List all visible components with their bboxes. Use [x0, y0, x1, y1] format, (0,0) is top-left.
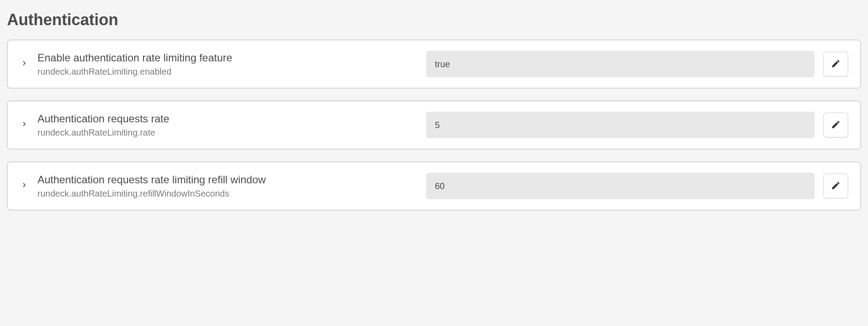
- chevron-right-icon: [20, 120, 29, 130]
- setting-label: Authentication requests rate: [37, 113, 417, 125]
- edit-button[interactable]: [823, 52, 848, 76]
- setting-value: 60: [426, 173, 815, 199]
- setting-row: Authentication requests rate limiting re…: [7, 162, 861, 210]
- setting-row: Enable authentication rate limiting feat…: [7, 40, 861, 88]
- expand-toggle[interactable]: [20, 181, 37, 191]
- setting-text: Authentication requests rate rundeck.aut…: [37, 113, 426, 138]
- setting-label: Enable authentication rate limiting feat…: [37, 52, 417, 64]
- chevron-right-icon: [20, 181, 29, 191]
- setting-key: rundeck.authRateLimiting.enabled: [37, 67, 417, 77]
- expand-toggle[interactable]: [20, 120, 37, 130]
- setting-label: Authentication requests rate limiting re…: [37, 174, 417, 186]
- edit-button[interactable]: [823, 113, 848, 137]
- setting-text: Authentication requests rate limiting re…: [37, 174, 426, 199]
- pencil-icon: [831, 181, 841, 192]
- edit-button[interactable]: [823, 174, 848, 198]
- pencil-icon: [831, 59, 841, 70]
- expand-toggle[interactable]: [20, 59, 37, 69]
- chevron-right-icon: [20, 59, 29, 69]
- setting-key: rundeck.authRateLimiting.refillWindowInS…: [37, 189, 417, 199]
- setting-key: rundeck.authRateLimiting.rate: [37, 128, 417, 138]
- setting-value: true: [426, 51, 815, 77]
- section-title: Authentication: [7, 11, 861, 29]
- pencil-icon: [831, 120, 841, 131]
- setting-value: 5: [426, 112, 815, 138]
- setting-text: Enable authentication rate limiting feat…: [37, 52, 426, 77]
- setting-row: Authentication requests rate rundeck.aut…: [7, 101, 861, 149]
